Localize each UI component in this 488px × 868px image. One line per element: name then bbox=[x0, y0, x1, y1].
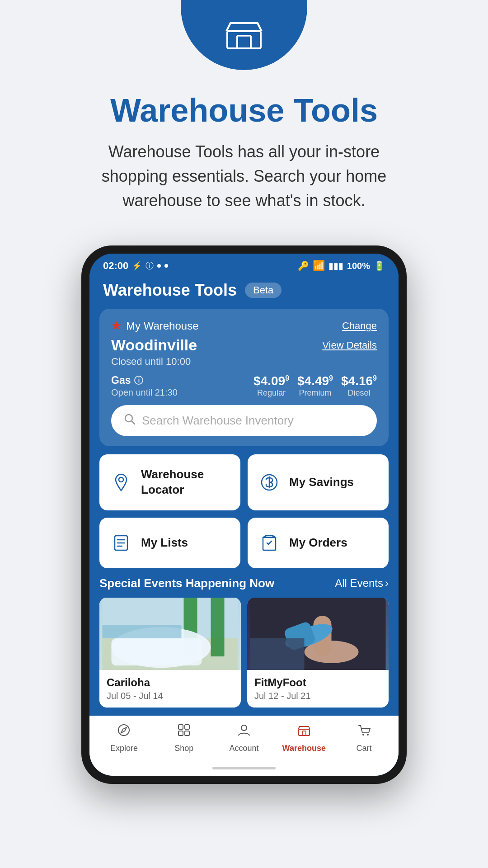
gas-diesel-price: $4.169 bbox=[341, 374, 377, 388]
lists-icon bbox=[108, 530, 134, 556]
my-warehouse-label: My Warehouse bbox=[126, 320, 199, 332]
home-bar bbox=[212, 767, 276, 769]
savings-icon bbox=[257, 470, 282, 495]
phone-mockup: 02:00 ⚡ ⓘ 🔑 📶 ▮▮▮ 100% 🔋 Warehouse Tools… bbox=[81, 245, 407, 784]
warehouse-card: ★ My Warehouse Change Woodinville View D… bbox=[99, 309, 389, 446]
gas-label: Gas bbox=[111, 374, 131, 387]
svg-rect-0 bbox=[227, 31, 261, 48]
event-info-cariloha: Cariloha Jul 05 - Jul 14 bbox=[99, 670, 241, 708]
gas-premium-label: Premium bbox=[299, 388, 332, 398]
gas-hours: Open until 21:30 bbox=[111, 387, 178, 398]
event-name-cariloha: Cariloha bbox=[107, 676, 234, 689]
svg-rect-20 bbox=[211, 598, 225, 656]
orders-icon bbox=[257, 530, 282, 556]
svg-rect-31 bbox=[178, 725, 183, 729]
info-status-icon: ⓘ bbox=[145, 260, 154, 271]
store-icon bbox=[224, 19, 264, 52]
nav-cart[interactable]: Cart bbox=[334, 723, 394, 753]
nav-warehouse-label: Warehouse bbox=[282, 744, 326, 753]
nav-account[interactable]: Account bbox=[214, 723, 274, 753]
svg-point-39 bbox=[367, 734, 369, 736]
chevron-right-icon: › bbox=[385, 577, 389, 590]
gas-premium: $4.499 Premium bbox=[297, 374, 333, 398]
warehouse-closed-text: Closed until 10:00 bbox=[111, 356, 377, 368]
nav-warehouse[interactable]: Warehouse bbox=[274, 723, 334, 753]
svg-rect-36 bbox=[299, 729, 310, 736]
status-time: 02:00 bbox=[103, 260, 128, 272]
lightning-icon: ⚡ bbox=[132, 261, 142, 271]
svg-rect-23 bbox=[103, 625, 182, 638]
event-info-fitmy: FitMyFoot Jul 12 - Jul 21 bbox=[247, 670, 389, 708]
warehouse-name: Woodinville bbox=[111, 336, 197, 354]
events-section-title: Special Events Happening Now bbox=[99, 576, 274, 590]
battery-label: 100% bbox=[347, 261, 370, 271]
all-events-label: All Events bbox=[335, 577, 383, 590]
home-indicator bbox=[89, 762, 399, 776]
gas-diesel: $4.169 Diesel bbox=[341, 374, 377, 398]
grid-buttons: WarehouseLocator My Savings bbox=[99, 454, 389, 568]
nav-account-label: Account bbox=[229, 744, 258, 753]
nav-explore[interactable]: Explore bbox=[94, 723, 154, 753]
beta-badge: Beta bbox=[245, 283, 282, 298]
change-link[interactable]: Change bbox=[342, 320, 377, 332]
gas-prices: $4.099 Regular $4.499 Premium $4.169 Die… bbox=[253, 374, 377, 398]
event-card-cariloha[interactable]: Cariloha Jul 05 - Jul 14 bbox=[99, 598, 241, 708]
event-image-cariloha bbox=[99, 598, 241, 670]
event-dates-cariloha: Jul 05 - Jul 14 bbox=[107, 691, 234, 701]
my-savings-label: My Savings bbox=[289, 475, 354, 490]
nav-shop[interactable]: Shop bbox=[154, 723, 214, 753]
svg-rect-32 bbox=[185, 725, 189, 729]
warehouse-nav-icon bbox=[297, 723, 311, 741]
event-name-fitmy: FitMyFoot bbox=[254, 676, 381, 689]
search-icon bbox=[124, 413, 136, 428]
svg-point-30 bbox=[118, 725, 129, 736]
gas-diesel-label: Diesel bbox=[347, 388, 370, 398]
view-details-link[interactable]: View Details bbox=[322, 340, 377, 351]
key-icon: 🔑 bbox=[298, 260, 309, 271]
hero-title: Warehouse Tools bbox=[110, 92, 378, 129]
event-image-fitmy bbox=[247, 598, 389, 670]
gas-info-icon[interactable]: i bbox=[134, 376, 143, 385]
svg-point-7 bbox=[119, 477, 123, 482]
gas-regular-price: $4.099 bbox=[253, 374, 289, 388]
star-icon: ★ bbox=[111, 319, 122, 333]
wifi-icon: 📶 bbox=[313, 260, 325, 272]
signal-icon: ▮▮▮ bbox=[328, 260, 343, 271]
app-content: ★ My Warehouse Change Woodinville View D… bbox=[89, 309, 399, 708]
my-orders-button[interactable]: My Orders bbox=[248, 518, 389, 568]
events-grid: Cariloha Jul 05 - Jul 14 bbox=[99, 598, 389, 708]
svg-point-38 bbox=[362, 734, 364, 736]
cart-icon bbox=[357, 723, 371, 741]
my-orders-label: My Orders bbox=[289, 535, 347, 551]
warehouse-locator-label: WarehouseLocator bbox=[141, 467, 204, 498]
battery-icon: 🔋 bbox=[374, 260, 385, 271]
status-dot2 bbox=[164, 264, 168, 268]
phone-screen: 02:00 ⚡ ⓘ 🔑 📶 ▮▮▮ 100% 🔋 Warehouse Tools… bbox=[89, 254, 399, 776]
svg-rect-22 bbox=[112, 638, 202, 665]
app-header: Warehouse Tools Beta bbox=[89, 275, 399, 309]
my-savings-button[interactable]: My Savings bbox=[248, 454, 389, 510]
hero-description: Warehouse Tools has all your in-store sh… bbox=[77, 140, 411, 213]
svg-rect-29 bbox=[250, 638, 305, 670]
top-circle-icon bbox=[181, 0, 307, 70]
events-section: Special Events Happening Now All Events … bbox=[99, 576, 389, 708]
shop-icon bbox=[177, 723, 191, 741]
svg-line-6 bbox=[131, 421, 135, 424]
svg-rect-1 bbox=[237, 36, 251, 48]
gas-regular-label: Regular bbox=[257, 388, 286, 398]
event-card-fitmy[interactable]: FitMyFoot Jul 12 - Jul 21 bbox=[247, 598, 389, 708]
status-bar: 02:00 ⚡ ⓘ 🔑 📶 ▮▮▮ 100% 🔋 bbox=[89, 254, 399, 275]
nav-cart-label: Cart bbox=[357, 744, 372, 753]
nav-shop-label: Shop bbox=[174, 744, 193, 753]
svg-rect-34 bbox=[185, 731, 189, 736]
my-lists-button[interactable]: My Lists bbox=[99, 518, 240, 568]
svg-rect-33 bbox=[178, 731, 183, 736]
location-icon bbox=[108, 470, 134, 495]
warehouse-locator-button[interactable]: WarehouseLocator bbox=[99, 454, 240, 510]
gas-premium-price: $4.499 bbox=[297, 374, 333, 388]
explore-icon bbox=[117, 723, 131, 741]
search-placeholder-text: Search Warehouse Inventory bbox=[142, 414, 294, 428]
search-bar[interactable]: Search Warehouse Inventory bbox=[111, 405, 377, 436]
all-events-link[interactable]: All Events › bbox=[335, 577, 389, 590]
bottom-nav: Explore Shop bbox=[89, 716, 399, 762]
